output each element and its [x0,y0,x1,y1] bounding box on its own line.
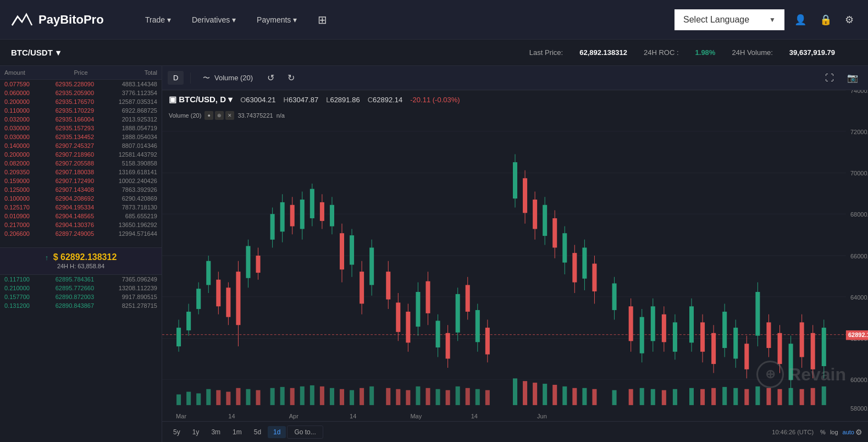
svg-rect-177 [533,383,537,405]
vol-settings-icon[interactable]: ⊕ [215,111,224,120]
sell-order-row[interactable]: 0.10000062904.2086926290.420869 [0,194,162,203]
price-up-icon: ↑ [45,253,49,262]
sell-amount: 0.206600 [4,230,56,237]
chart-timestamp: 10:46:26 (UTC) [772,429,814,435]
sell-order-row[interactable]: 0.14000062907.2453278807.014346 [0,141,162,150]
nav-payments[interactable]: Payments ▾ [249,11,305,29]
lang-arrow-icon: ▼ [769,16,776,24]
language-selector[interactable]: Select Language ▼ [675,9,784,30]
sell-total: 13169.618141 [106,169,157,175]
timeframe-d-button[interactable]: D [168,71,184,85]
svg-rect-175 [513,378,517,405]
sell-order-row[interactable]: 0.20660062897.24900512994.571644 [0,229,162,238]
sell-amount: 0.010900 [4,213,56,219]
undo-button[interactable]: ↺ [263,70,279,86]
sell-order-row[interactable]: 0.01090062904.148565685.655219 [0,212,162,220]
sell-total: 1888.054034 [106,134,157,140]
header: PayBitoPro Trade ▾ Derivatives ▾ Payment… [0,0,868,40]
buy-order-row[interactable]: 0.13120062890.8438678251.278715 [0,301,162,310]
timeframe-1m[interactable]: 1m [227,426,247,438]
buy-order-row[interactable]: 0.11710062895.7843617365.096249 [0,275,162,284]
logo: PayBitoPro [11,12,121,28]
svg-rect-198 [777,389,782,405]
sell-amount: 0.110000 [4,107,56,114]
logo-icon [11,12,33,28]
sell-price: 62897.249005 [56,230,107,237]
nav-trade[interactable]: Trade ▾ [137,11,179,29]
timeframe-1y[interactable]: 1y [187,426,205,438]
buy-order-row[interactable]: 0.15770062890.8720039917.890515 [0,292,162,301]
timeframe-3m[interactable]: 3m [206,426,226,438]
sell-order-row[interactable]: 0.06000062935.2059003776.112354 [0,89,162,97]
indicators-button[interactable]: 〜 Volume (20) [197,70,258,86]
price-high-info: 24H H: 63,858.84 [4,262,157,270]
sell-order-row[interactable]: 0.21700062904.13037613650.196292 [0,220,162,229]
svg-text:Jun: Jun [537,413,547,419]
vol-eye-icon[interactable]: ● [204,111,213,120]
sell-total: 10002.240426 [106,178,157,184]
sell-order-row[interactable]: 0.11000062935.1702296922.868725 [0,106,162,115]
svg-rect-63 [360,272,364,303]
grid-icon[interactable]: ⊞ [310,9,335,31]
user-icon[interactable]: 👤 [791,10,810,29]
svg-rect-89 [513,162,517,198]
sell-order-row[interactable]: 0.20000062935.17657012587.035314 [0,97,162,106]
sell-order-row[interactable]: 0.20000062907.21896012581.443792 [0,150,162,159]
fullscreen-button[interactable]: ⛶ [821,70,838,86]
svg-rect-201 [811,388,815,405]
ob-col-amount: Amount [4,69,56,76]
chart-settings-button[interactable]: ⚙ [855,428,863,437]
svg-text:60000.00: 60000.00 [850,377,868,383]
svg-rect-157 [310,385,314,405]
svg-rect-161 [350,390,354,405]
sell-total: 12994.571644 [106,230,157,237]
pair-label[interactable]: BTC/USDT ▾ [11,48,60,58]
svg-rect-43 [256,256,261,273]
sell-order-row[interactable]: 0.07759062935.2280904883.144348 [0,80,162,89]
pair-text: BTC/USDT [11,48,53,57]
sell-order-row[interactable]: 0.03000062935.1344521888.054034 [0,132,162,141]
sell-order-row[interactable]: 0.08200062907.2055885158.390858 [0,159,162,168]
timeframe-5y[interactable]: 5y [168,426,186,438]
svg-rect-97 [552,218,557,247]
sell-order-row[interactable]: 0.20935062907.18003813169.618141 [0,168,162,176]
buy-price: 62890.843867 [56,302,107,309]
sell-order-row[interactable]: 0.03000062935.1572931888.054719 [0,124,162,132]
sell-order-row[interactable]: 0.12500062907.1434087863.392926 [0,185,162,194]
timeframe-5d[interactable]: 5d [248,426,267,438]
svg-rect-87 [485,328,490,355]
chart-symbol: ▣ BTC/USD, D ▾ [169,95,233,104]
lock-icon[interactable]: 🔒 [816,10,835,29]
chart-auto-label[interactable]: auto [843,429,854,435]
buy-total: 9917.890515 [106,294,157,300]
vol-close-icon[interactable]: ✕ [225,111,234,120]
buy-order-row[interactable]: 0.21000062895.77266013208.112239 [0,284,162,292]
sell-price: 62907.205588 [56,160,107,167]
sell-total: 6290.420869 [106,195,157,202]
settings-icon[interactable]: ⚙ [842,10,857,29]
sell-order-row[interactable]: 0.12517062904.1953347873.718130 [0,203,162,212]
chart-canvas: ▣ BTC/USD, D ▾ O63004.21 H63047.87 L6289… [162,90,868,421]
sell-amount: 0.125170 [4,204,56,211]
sell-amount: 0.082000 [4,160,56,167]
svg-rect-200 [800,389,804,405]
svg-rect-147 [206,389,211,405]
svg-rect-184 [612,390,617,405]
screenshot-button[interactable]: 📷 [843,70,863,86]
svg-rect-105 [592,264,596,291]
redo-button[interactable]: ↻ [283,70,299,86]
goto-button[interactable]: Go to... [287,426,323,439]
svg-rect-144 [176,394,181,405]
svg-rect-45 [270,214,275,240]
sell-order-row[interactable]: 0.03200062935.1660042013.925312 [0,115,162,124]
svg-rect-179 [552,385,557,405]
sell-order-row[interactable]: 0.15900062907.17249010002.240426 [0,176,162,185]
sell-amount: 0.217000 [4,222,56,228]
svg-rect-166 [406,390,410,405]
sell-amount: 0.060000 [4,90,56,96]
lang-label: Select Language [683,15,749,25]
svg-rect-27 [176,328,181,346]
nav-derivatives[interactable]: Derivatives ▾ [184,11,244,29]
svg-text:Apr: Apr [289,413,299,419]
timeframe-1d[interactable]: 1d [268,426,286,438]
